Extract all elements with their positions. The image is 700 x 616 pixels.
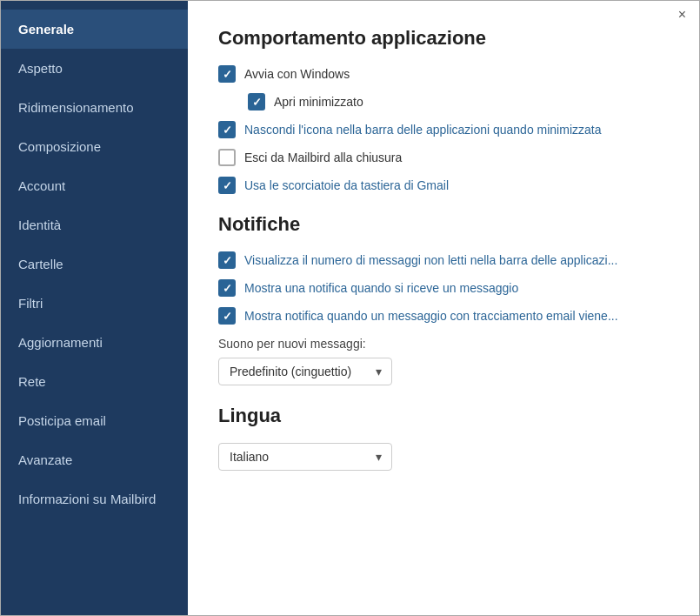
checkmark-icon: ✓ — [223, 124, 232, 136]
notifications-title: Notifiche — [218, 213, 669, 236]
checkbox-label-3: Esci da Mailbird alla chiusura — [244, 151, 402, 164]
language-dropdown-container: ItalianoEnglishEspañolFrançaisDeutsch — [218, 443, 669, 471]
notification-checkbox-label-2: Mostra notifica quando un messaggio con … — [244, 309, 618, 323]
sidebar-item-cartelle[interactable]: Cartelle — [1, 244, 188, 284]
sound-dropdown-container: Predefinito (cinguettio)NessunoCinguetti… — [218, 358, 669, 385]
behavior-checkbox-row-3: Esci da Mailbird alla chiusura — [218, 149, 669, 166]
language-section: Lingua — [218, 405, 669, 427]
notification-checkbox-box-2[interactable]: ✓ — [218, 307, 236, 325]
language-title: Lingua — [218, 405, 669, 427]
sidebar-item-account[interactable]: Account — [1, 166, 188, 205]
sidebar-item-aggiornamenti[interactable]: Aggiornamenti — [1, 323, 188, 362]
close-button[interactable]: × — [674, 6, 690, 23]
sidebar-item-aspetto[interactable]: Aspetto — [1, 49, 188, 88]
settings-dialog: × GeneraleAspettoRidimensionamentoCompos… — [0, 0, 700, 616]
sidebar-item-informazioni-su-mailbird[interactable]: Informazioni su Mailbird — [1, 479, 188, 519]
sound-dropdown[interactable]: Predefinito (cinguettio)NessunoCinguetti… — [218, 358, 392, 385]
checkbox-label-2: Nascondi l'icona nella barra delle appli… — [244, 123, 601, 137]
notification-checkbox-label-1: Mostra una notifica quando si riceve un … — [244, 281, 518, 295]
behavior-checkbox-row-2: ✓Nascondi l'icona nella barra delle appl… — [218, 121, 669, 138]
sound-dropdown-wrapper: Predefinito (cinguettio)NessunoCinguetti… — [218, 358, 392, 385]
checkbox-label-1: Apri minimizzato — [274, 95, 363, 109]
checkbox-box-1[interactable]: ✓ — [248, 93, 265, 110]
checkbox-label-0: Avvia con Windows — [244, 67, 350, 81]
checkmark-icon: ✓ — [223, 311, 232, 322]
notification-checkbox-box-0[interactable]: ✓ — [218, 251, 236, 269]
behavior-checkboxes: ✓Avvia con Windows✓Apri minimizzato✓Nasc… — [218, 65, 669, 194]
checkmark-icon: ✓ — [223, 283, 232, 294]
notification-checkbox-row-2: ✓Mostra notifica quando un messaggio con… — [218, 307, 669, 325]
notifications-section: Notifiche — [218, 213, 669, 236]
behavior-checkbox-row-4: ✓Usa le scorciatoie da tastiera di Gmail — [218, 177, 669, 194]
checkmark-icon: ✓ — [223, 255, 232, 266]
notification-checkboxes: ✓Visualizza il numero di messaggi non le… — [218, 251, 669, 325]
sidebar-item-ridimensionamento[interactable]: Ridimensionamento — [1, 88, 188, 127]
sidebar-item-generale[interactable]: Generale — [1, 10, 188, 49]
sound-label: Suono per nuovi messaggi: — [218, 337, 669, 351]
checkbox-box-3[interactable] — [218, 149, 236, 166]
sidebar-item-avanzate[interactable]: Avanzate — [1, 440, 188, 479]
checkbox-box-0[interactable]: ✓ — [218, 65, 236, 83]
sidebar: GeneraleAspettoRidimensionamentoComposiz… — [1, 1, 188, 615]
sound-section: Suono per nuovi messaggi: Predefinito (c… — [218, 337, 669, 385]
language-dropdown[interactable]: ItalianoEnglishEspañolFrançaisDeutsch — [218, 443, 392, 471]
checkmark-icon: ✓ — [223, 69, 232, 80]
checkbox-box-2[interactable]: ✓ — [218, 121, 236, 138]
sidebar-item-identità[interactable]: Identità — [1, 205, 188, 244]
notification-checkbox-row-1: ✓Mostra una notifica quando si riceve un… — [218, 279, 669, 297]
checkbox-box-4[interactable]: ✓ — [218, 177, 236, 194]
main-content: Comportamento applicazione ✓Avvia con Wi… — [188, 1, 699, 615]
checkmark-icon: ✓ — [252, 97, 262, 108]
sidebar-item-filtri[interactable]: Filtri — [1, 284, 188, 323]
checkbox-label-4: Usa le scorciatoie da tastiera di Gmail — [244, 178, 449, 192]
sidebar-item-composizione[interactable]: Composizione — [1, 127, 188, 166]
notification-checkbox-label-0: Visualizza il numero di messaggi non let… — [244, 253, 617, 267]
behavior-section-title: Comportamento applicazione — [218, 27, 669, 50]
notification-checkbox-box-1[interactable]: ✓ — [218, 279, 236, 297]
behavior-checkbox-row-1: ✓Apri minimizzato — [248, 93, 669, 110]
sidebar-item-posticipa-email[interactable]: Posticipa email — [1, 401, 188, 440]
checkmark-icon: ✓ — [223, 180, 232, 191]
sidebar-item-rete[interactable]: Rete — [1, 362, 188, 401]
notification-checkbox-row-0: ✓Visualizza il numero di messaggi non le… — [218, 251, 669, 269]
behavior-checkbox-row-0: ✓Avvia con Windows — [218, 65, 669, 83]
language-dropdown-wrapper: ItalianoEnglishEspañolFrançaisDeutsch — [218, 443, 392, 471]
